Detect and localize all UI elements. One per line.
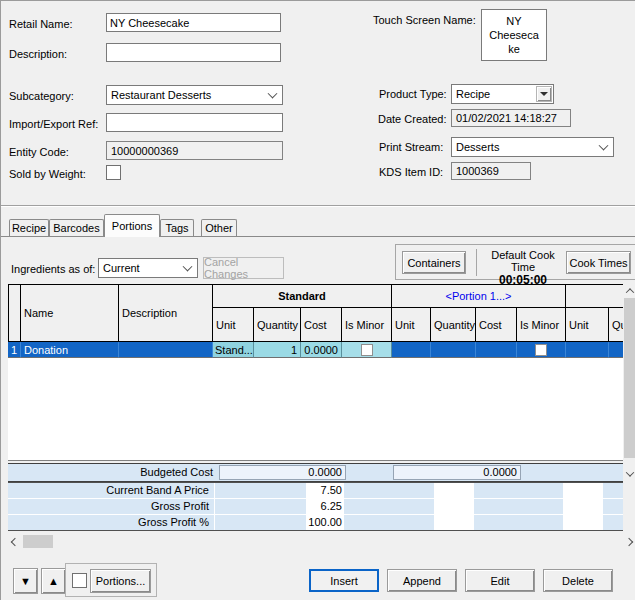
print-stream-label: Print Stream: <box>379 141 443 153</box>
tab-label: Barcodes <box>53 222 99 234</box>
group-header-portion-1[interactable]: <Portion 1...> <box>392 284 566 308</box>
portions-checkbox[interactable] <box>72 573 87 588</box>
column-header-name: Name <box>21 284 119 342</box>
triangle-down-icon: ▼ <box>20 575 31 587</box>
product-type-select[interactable]: Recipe <box>451 84 554 104</box>
summary-value-standard: 100.00 <box>306 515 344 530</box>
summary-row: Gross Profit 6.25 <box>8 499 623 515</box>
cell-name[interactable]: Donation <box>21 342 119 358</box>
tab-portions[interactable]: Portions <box>104 214 160 237</box>
summary-row-label: Gross Profit % <box>8 515 214 530</box>
tab-label: Other <box>205 222 233 234</box>
grid-corner-cell <box>8 284 21 342</box>
cell-standard-quantity[interactable]: 1 <box>254 342 301 358</box>
tab-other[interactable]: Other <box>201 219 237 236</box>
divider <box>476 249 477 276</box>
cell-standard-cost[interactable]: 0.0000 <box>301 342 342 358</box>
summary-value-next <box>563 483 603 498</box>
budgeted-cost-standard-field: 0.0000 <box>219 465 346 480</box>
description-input[interactable] <box>106 43 281 62</box>
chevron-left-icon <box>11 537 19 545</box>
default-cook-time-label: Default Cook Time <box>480 249 566 273</box>
tab-tags[interactable]: Tags <box>160 219 194 236</box>
kds-item-id-value: 1000369 <box>456 165 499 177</box>
scroll-up-button[interactable] <box>623 284 635 297</box>
scroll-down-button[interactable] <box>623 467 635 480</box>
append-button[interactable]: Append <box>387 569 457 592</box>
column-header-cost: Cost <box>476 308 517 342</box>
group-header-standard: Standard <box>213 284 392 308</box>
scroll-right-button[interactable] <box>622 534 635 549</box>
column-header-quantity: Quantity <box>254 308 301 342</box>
product-type-value: Recipe <box>456 88 490 100</box>
sold-by-weight-checkbox[interactable] <box>106 165 121 180</box>
subcategory-select[interactable]: Restaurant Desserts <box>106 85 283 105</box>
ingredients-grid: Name Description Standard <Portion 1...>… <box>8 284 623 461</box>
print-stream-select[interactable]: Desserts <box>451 137 614 157</box>
budgeted-cost-portion-field: 0.0000 <box>393 465 521 480</box>
cell-description[interactable] <box>119 342 213 358</box>
tab-recipe[interactable]: Recipe <box>9 219 49 236</box>
cell-portion-cost[interactable] <box>476 342 517 358</box>
is-minor-checkbox[interactable] <box>361 344 373 356</box>
default-cook-time: Default Cook Time 00:05:00 <box>480 249 566 287</box>
price-summary: Current Band A Price 7.50 Gross Profit 6… <box>8 482 623 531</box>
entity-code-label: Entity Code: <box>9 146 69 158</box>
containers-button[interactable]: Containers <box>402 251 466 274</box>
vertical-scrollbar-thumb[interactable] <box>624 298 635 458</box>
delete-button[interactable]: Delete <box>543 569 613 592</box>
touch-screen-name-field[interactable]: NY Cheeseca ke <box>481 9 547 61</box>
column-header-unit: Unit <box>213 308 254 342</box>
product-editor-window: Retail Name: Description: Subcategory: R… <box>0 0 635 600</box>
triangle-down-icon <box>540 92 548 96</box>
move-up-button[interactable]: ▲ <box>41 568 66 594</box>
scroll-left-button[interactable] <box>8 534 22 549</box>
move-down-button[interactable]: ▼ <box>13 568 38 594</box>
budgeted-cost-label: Budgeted Cost <box>8 464 218 481</box>
import-export-label: Import/Export Ref: <box>9 118 98 130</box>
vertical-scrollbar[interactable] <box>623 284 635 480</box>
chevron-down-icon <box>268 89 278 99</box>
cell-portion-quantity[interactable] <box>431 342 476 358</box>
portions-label: Portions... <box>96 575 146 587</box>
summary-value-standard: 6.25 <box>306 499 344 514</box>
portions-button[interactable]: Portions... <box>90 569 151 593</box>
column-header-is-minor: Is Minor <box>517 308 566 342</box>
row-number-cell[interactable]: 1 <box>8 342 21 358</box>
is-minor-checkbox[interactable] <box>535 344 547 356</box>
cell-standard-is-minor <box>342 342 392 358</box>
kds-item-id-field: 1000369 <box>451 162 531 180</box>
chevron-down-icon <box>599 141 609 151</box>
cell-standard-unit[interactable]: Stand... <box>213 342 254 358</box>
horizontal-scrollbar-thumb[interactable] <box>23 535 53 548</box>
tab-label: Recipe <box>12 222 46 234</box>
touch-screen-name-label: Touch Screen Name: <box>373 14 476 26</box>
cancel-changes-button: Cancel Changes <box>203 257 284 279</box>
product-type-label: Product Type: <box>379 88 447 100</box>
edit-label: Edit <box>491 575 510 587</box>
cell-next-quantity[interactable] <box>609 342 623 358</box>
cell-portion-unit[interactable] <box>392 342 431 358</box>
date-created-field: 01/02/2021 14:18:27 <box>451 109 571 127</box>
dropdown-button[interactable] <box>536 86 552 102</box>
summary-row: Current Band A Price 7.50 <box>8 483 623 499</box>
column-header-unit: Unit <box>392 308 431 342</box>
horizontal-scrollbar[interactable] <box>8 534 635 549</box>
summary-value-next <box>563 515 603 530</box>
edit-button[interactable]: Edit <box>465 569 535 592</box>
cell-next-unit[interactable] <box>566 342 609 358</box>
cook-times-button[interactable]: Cook Times <box>566 251 631 274</box>
sold-by-weight-label: Sold by Weight: <box>9 168 86 180</box>
retail-name-input[interactable] <box>106 13 281 32</box>
chevron-right-icon <box>625 537 633 545</box>
subcategory-value: Restaurant Desserts <box>111 89 211 101</box>
insert-button[interactable]: Insert <box>309 569 379 592</box>
ingredients-as-of-select[interactable]: Current <box>98 258 198 278</box>
column-header-is-minor: Is Minor <box>342 308 392 342</box>
triangle-up-icon: ▲ <box>48 575 59 587</box>
import-export-input[interactable] <box>106 113 283 132</box>
chevron-down-icon <box>625 468 633 476</box>
tab-label: Portions <box>112 220 152 232</box>
tab-barcodes[interactable]: Barcodes <box>49 219 104 236</box>
tab-label: Tags <box>165 222 188 234</box>
